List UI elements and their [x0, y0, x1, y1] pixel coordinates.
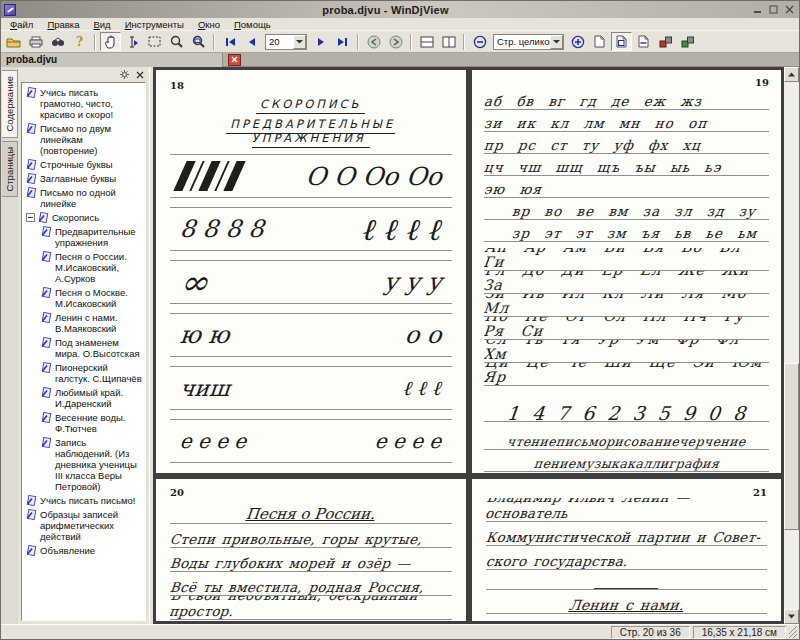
zoom-in-button[interactable] — [567, 32, 588, 51]
panel-close-button[interactable] — [134, 69, 145, 80]
panel-settings-button[interactable] — [119, 69, 130, 80]
layout-continuous-icon — [420, 36, 434, 48]
handwriting-line: В свой необъятный, бескрайный простор. — [170, 596, 452, 620]
layout-continuous-button[interactable] — [416, 32, 437, 51]
first-page-button[interactable] — [219, 32, 240, 51]
bookmark-doc-icon — [41, 387, 52, 398]
tree-item[interactable]: Заглавные буквы — [26, 173, 143, 184]
handwriting-line: цч чш шщ щъ ъы ыь ьэ — [484, 154, 770, 176]
tree-item-label: Письмо по одной линейке — [40, 187, 143, 209]
contents-panel: Учись писать грамотно, чисто, красиво и … — [18, 67, 149, 624]
tree-item-label: Учись писать грамотно, чисто, красиво и … — [40, 87, 143, 120]
menu-file[interactable]: Файл — [3, 19, 40, 30]
maximize-button[interactable] — [767, 4, 780, 15]
handwriting-line: Воды глубоких морей и озёр — — [170, 548, 452, 572]
tree-item[interactable]: Весенние воды. Ф.Тютчев — [41, 412, 143, 434]
bookmark-doc-icon — [26, 159, 37, 170]
tree-item[interactable]: Письмо по двум линейкам (повторение) — [26, 123, 143, 156]
document-tab-bar: proba.djvu — [1, 53, 799, 67]
pan-tool-button[interactable] — [100, 32, 121, 51]
arrow-down-icon — [788, 614, 795, 619]
fit-width-button[interactable] — [633, 32, 654, 51]
document-view[interactable]: 18 СКОРОПИСЬ ПРЕДВАРИТЕЛЬНЫЕ УПРАЖНЕНИЯ … — [153, 67, 799, 624]
tree-item[interactable]: Пионерский галстук. С.Щипачёв — [41, 362, 143, 384]
tree-item[interactable]: Предварительные упражнения — [41, 226, 143, 248]
tree-item[interactable]: Под знаменем мира. О.Высотская — [41, 337, 143, 359]
tree-item[interactable]: Учись писать письмо! — [26, 495, 143, 506]
rect-select-button[interactable] — [144, 32, 165, 51]
text-select-button[interactable] — [122, 32, 143, 51]
print-button[interactable] — [25, 32, 46, 51]
app-icon[interactable] — [4, 4, 16, 16]
zoom-mode-value[interactable]: Стр. целиком — [494, 36, 550, 47]
rotate-left-button[interactable] — [655, 32, 676, 51]
tree-item[interactable]: Строчные буквы — [26, 159, 143, 170]
exercise-glyphs: ℓ ℓ ℓ — [403, 376, 443, 400]
tree-item[interactable]: Ленин с нами. В.Маяковский — [41, 312, 143, 334]
fit-page-button[interactable] — [611, 32, 632, 51]
layout-facing-button[interactable] — [438, 32, 459, 51]
tab-contents[interactable]: Содержание — [2, 70, 18, 138]
zoom-select-button[interactable] — [188, 32, 209, 51]
zoom-out-button[interactable] — [469, 32, 490, 51]
resize-grip[interactable] — [789, 626, 798, 639]
menu-edit[interactable]: Правка — [40, 19, 86, 30]
zoom-mode-combo[interactable]: Стр. целиком — [493, 34, 564, 50]
tree-item[interactable]: Песня о России. М.Исаковский, А.Сурков — [41, 251, 143, 284]
menu-window[interactable]: Окно — [191, 19, 227, 30]
back-button[interactable] — [363, 32, 384, 51]
scrollbar-thumb[interactable] — [784, 363, 799, 530]
scroll-up-button[interactable] — [784, 67, 799, 82]
close-icon — [136, 71, 144, 79]
rotate-right-button[interactable] — [677, 32, 698, 51]
magnify-button[interactable] — [166, 32, 187, 51]
hand-icon — [104, 35, 117, 49]
tree-item[interactable]: Учись писать грамотно, чисто, красиво и … — [26, 87, 143, 120]
open-button[interactable] — [3, 32, 24, 51]
page-number-combo[interactable]: 20 — [265, 34, 307, 50]
menu-view[interactable]: Вид — [86, 19, 117, 30]
tree-item[interactable]: Образцы записей арифметических действий — [26, 509, 143, 542]
bookmark-doc-icon — [41, 312, 52, 323]
help-button[interactable]: ? — [69, 32, 90, 51]
tree-item[interactable]: Объявление — [26, 545, 143, 556]
prev-page-button[interactable] — [241, 32, 262, 51]
folder-open-icon — [6, 36, 21, 48]
page-number-value[interactable]: 20 — [266, 36, 293, 47]
scroll-down-button[interactable] — [784, 609, 799, 624]
menu-tools[interactable]: Инструменты — [118, 19, 191, 30]
find-button[interactable] — [47, 32, 68, 51]
next-page-icon — [316, 37, 326, 47]
handwriting-line: Зи Ив Ил Кл Ли Ля Мо Мл — [484, 294, 770, 317]
page-20: 20 Песня о России. Степи привольные, гор… — [156, 479, 466, 621]
tree-item-skoropis[interactable]: Скоропись — [26, 212, 143, 223]
zoom-combo-dropdown[interactable] — [550, 35, 563, 49]
tree-item[interactable]: Письмо по одной линейке — [26, 187, 143, 209]
document-tab[interactable]: proba.djvu — [1, 53, 223, 67]
last-page-button[interactable] — [332, 32, 353, 51]
exercise-glyphs: е е е е — [374, 429, 443, 453]
tree-item[interactable]: Песня о Москве. М.Исаковский — [41, 287, 143, 309]
handwriting-line: Но Не От Ол Пл Пч Ру Ря Си — [484, 317, 770, 340]
handwriting-line: пр рс ст ту уф фх хц — [484, 132, 770, 154]
scrollbar-track[interactable] — [784, 82, 799, 609]
actual-size-button[interactable] — [589, 32, 610, 51]
bookmark-doc-icon — [41, 287, 52, 298]
contents-tree: Учись писать грамотно, чисто, красиво и … — [21, 82, 146, 621]
page-combo-dropdown[interactable] — [293, 35, 306, 49]
close-tab-button[interactable] — [228, 54, 241, 66]
collapse-expander-icon[interactable] — [26, 213, 35, 222]
close-button[interactable] — [783, 4, 796, 15]
minimize-button[interactable] — [751, 4, 764, 15]
menu-help[interactable]: Помощь — [227, 19, 278, 30]
vertical-scrollbar[interactable] — [784, 67, 799, 624]
close-icon — [785, 5, 794, 14]
forward-button[interactable] — [385, 32, 406, 51]
layout-facing-icon — [442, 36, 456, 48]
next-page-button[interactable] — [310, 32, 331, 51]
tree-item[interactable]: Любимый край. И.Даренский — [41, 387, 143, 409]
tree-item[interactable]: Запись наблюдений. (Из дневника ученицы … — [41, 437, 143, 492]
tab-pages[interactable]: Страницы — [2, 141, 18, 198]
back-circle-icon — [367, 35, 381, 49]
forward-circle-icon — [389, 35, 403, 49]
